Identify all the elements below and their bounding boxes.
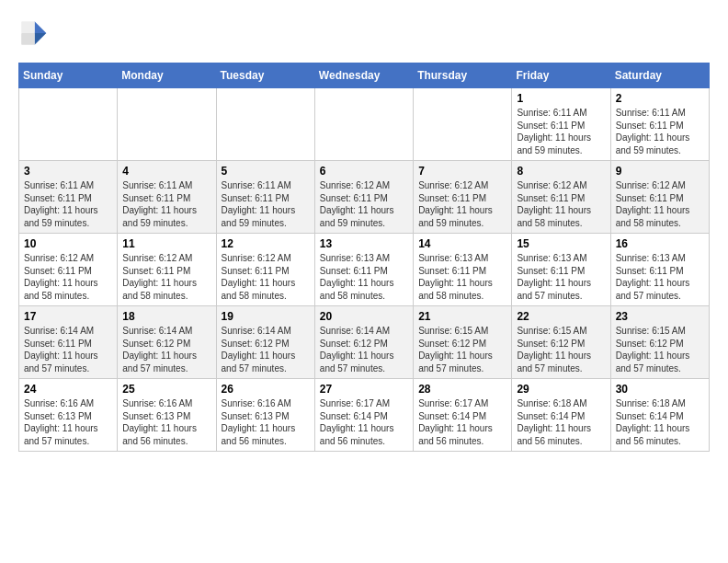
day-info: Sunrise: 6:13 AM Sunset: 6:11 PM Dayligh… — [320, 252, 408, 302]
day-cell: 22Sunrise: 6:15 AM Sunset: 6:12 PM Dayli… — [512, 306, 610, 379]
day-number: 4 — [122, 165, 210, 178]
day-info: Sunrise: 6:17 AM Sunset: 6:14 PM Dayligh… — [418, 397, 506, 447]
day-cell: 15Sunrise: 6:13 AM Sunset: 6:11 PM Dayli… — [512, 234, 610, 306]
day-cell: 6Sunrise: 6:12 AM Sunset: 6:11 PM Daylig… — [314, 161, 413, 234]
day-number: 26 — [222, 383, 310, 396]
day-info: Sunrise: 6:11 AM Sunset: 6:11 PM Dayligh… — [517, 107, 605, 156]
svg-rect-2 — [21, 21, 34, 33]
day-number: 28 — [418, 383, 506, 396]
day-number: 15 — [517, 237, 605, 250]
svg-marker-0 — [35, 21, 47, 33]
day-number: 25 — [122, 383, 210, 396]
day-cell: 25Sunrise: 6:16 AM Sunset: 6:13 PM Dayli… — [118, 379, 216, 452]
day-info: Sunrise: 6:14 AM Sunset: 6:12 PM Dayligh… — [320, 325, 408, 374]
week-row-1: 3Sunrise: 6:11 AM Sunset: 6:11 PM Daylig… — [19, 161, 710, 234]
day-info: Sunrise: 6:16 AM Sunset: 6:13 PM Dayligh… — [222, 397, 310, 447]
day-header-sunday: Sunday — [19, 63, 118, 88]
day-info: Sunrise: 6:12 AM Sunset: 6:11 PM Dayligh… — [418, 179, 506, 229]
day-cell — [118, 88, 216, 161]
day-number: 17 — [24, 310, 112, 323]
day-number: 1 — [517, 92, 605, 105]
day-info: Sunrise: 6:18 AM Sunset: 6:14 PM Dayligh… — [616, 397, 704, 447]
day-number: 22 — [517, 310, 605, 323]
day-cell: 1Sunrise: 6:11 AM Sunset: 6:11 PM Daylig… — [512, 88, 610, 161]
day-header-wednesday: Wednesday — [314, 63, 413, 88]
day-info: Sunrise: 6:15 AM Sunset: 6:12 PM Dayligh… — [418, 325, 506, 374]
day-cell: 16Sunrise: 6:13 AM Sunset: 6:11 PM Dayli… — [610, 234, 709, 306]
day-info: Sunrise: 6:16 AM Sunset: 6:13 PM Dayligh… — [122, 397, 210, 447]
day-info: Sunrise: 6:12 AM Sunset: 6:11 PM Dayligh… — [320, 179, 408, 229]
day-info: Sunrise: 6:12 AM Sunset: 6:11 PM Dayligh… — [517, 179, 605, 229]
day-cell: 14Sunrise: 6:13 AM Sunset: 6:11 PM Dayli… — [414, 234, 512, 306]
day-cell — [19, 88, 118, 161]
day-number: 5 — [222, 165, 310, 178]
header — [18, 18, 710, 48]
week-row-0: 1Sunrise: 6:11 AM Sunset: 6:11 PM Daylig… — [19, 88, 710, 161]
day-cell: 20Sunrise: 6:14 AM Sunset: 6:12 PM Dayli… — [314, 306, 413, 379]
day-number: 14 — [418, 237, 506, 250]
day-number: 12 — [222, 237, 310, 250]
day-cell: 21Sunrise: 6:15 AM Sunset: 6:12 PM Dayli… — [414, 306, 512, 379]
day-header-thursday: Thursday — [414, 63, 512, 88]
day-cell: 8Sunrise: 6:12 AM Sunset: 6:11 PM Daylig… — [512, 161, 610, 234]
day-number: 10 — [24, 237, 112, 250]
day-number: 11 — [122, 237, 210, 250]
day-header-tuesday: Tuesday — [216, 63, 314, 88]
day-info: Sunrise: 6:12 AM Sunset: 6:11 PM Dayligh… — [616, 179, 704, 229]
day-info: Sunrise: 6:17 AM Sunset: 6:14 PM Dayligh… — [320, 397, 408, 447]
day-cell: 11Sunrise: 6:12 AM Sunset: 6:11 PM Dayli… — [118, 234, 216, 306]
day-headers-row: SundayMondayTuesdayWednesdayThursdayFrid… — [19, 63, 710, 88]
day-info: Sunrise: 6:13 AM Sunset: 6:11 PM Dayligh… — [517, 252, 605, 302]
svg-marker-1 — [35, 33, 47, 45]
day-cell: 23Sunrise: 6:15 AM Sunset: 6:12 PM Dayli… — [610, 306, 709, 379]
day-info: Sunrise: 6:14 AM Sunset: 6:11 PM Dayligh… — [24, 325, 112, 374]
day-cell: 17Sunrise: 6:14 AM Sunset: 6:11 PM Dayli… — [19, 306, 118, 379]
day-info: Sunrise: 6:18 AM Sunset: 6:14 PM Dayligh… — [517, 397, 605, 447]
day-number: 24 — [24, 383, 112, 396]
day-info: Sunrise: 6:15 AM Sunset: 6:12 PM Dayligh… — [517, 325, 605, 374]
logo — [18, 18, 51, 48]
day-number: 2 — [616, 92, 704, 105]
day-header-saturday: Saturday — [610, 63, 709, 88]
day-info: Sunrise: 6:11 AM Sunset: 6:11 PM Dayligh… — [24, 179, 112, 229]
day-cell: 10Sunrise: 6:12 AM Sunset: 6:11 PM Dayli… — [19, 234, 118, 306]
day-cell: 5Sunrise: 6:11 AM Sunset: 6:11 PM Daylig… — [216, 161, 314, 234]
day-number: 30 — [616, 383, 704, 396]
day-cell: 7Sunrise: 6:12 AM Sunset: 6:11 PM Daylig… — [414, 161, 512, 234]
day-info: Sunrise: 6:13 AM Sunset: 6:11 PM Dayligh… — [418, 252, 506, 302]
day-info: Sunrise: 6:11 AM Sunset: 6:11 PM Dayligh… — [616, 107, 704, 156]
day-cell: 29Sunrise: 6:18 AM Sunset: 6:14 PM Dayli… — [512, 379, 610, 452]
day-number: 16 — [616, 237, 704, 250]
day-cell: 12Sunrise: 6:12 AM Sunset: 6:11 PM Dayli… — [216, 234, 314, 306]
calendar-table: SundayMondayTuesdayWednesdayThursdayFrid… — [18, 63, 710, 452]
day-info: Sunrise: 6:16 AM Sunset: 6:13 PM Dayligh… — [24, 397, 112, 447]
day-info: Sunrise: 6:12 AM Sunset: 6:11 PM Dayligh… — [24, 252, 112, 302]
day-number: 21 — [418, 310, 506, 323]
week-row-2: 10Sunrise: 6:12 AM Sunset: 6:11 PM Dayli… — [19, 234, 710, 306]
day-header-friday: Friday — [512, 63, 610, 88]
day-cell: 28Sunrise: 6:17 AM Sunset: 6:14 PM Dayli… — [414, 379, 512, 452]
day-number: 29 — [517, 383, 605, 396]
day-cell: 2Sunrise: 6:11 AM Sunset: 6:11 PM Daylig… — [610, 88, 709, 161]
day-cell: 19Sunrise: 6:14 AM Sunset: 6:12 PM Dayli… — [216, 306, 314, 379]
day-cell: 18Sunrise: 6:14 AM Sunset: 6:12 PM Dayli… — [118, 306, 216, 379]
day-cell: 3Sunrise: 6:11 AM Sunset: 6:11 PM Daylig… — [19, 161, 118, 234]
day-number: 8 — [517, 165, 605, 178]
day-cell — [414, 88, 512, 161]
day-cell — [216, 88, 314, 161]
day-info: Sunrise: 6:12 AM Sunset: 6:11 PM Dayligh… — [122, 252, 210, 302]
day-cell: 4Sunrise: 6:11 AM Sunset: 6:11 PM Daylig… — [118, 161, 216, 234]
day-number: 13 — [320, 237, 408, 250]
day-cell: 30Sunrise: 6:18 AM Sunset: 6:14 PM Dayli… — [610, 379, 709, 452]
day-header-monday: Monday — [118, 63, 216, 88]
day-cell: 26Sunrise: 6:16 AM Sunset: 6:13 PM Dayli… — [216, 379, 314, 452]
day-cell: 9Sunrise: 6:12 AM Sunset: 6:11 PM Daylig… — [610, 161, 709, 234]
day-cell: 13Sunrise: 6:13 AM Sunset: 6:11 PM Dayli… — [314, 234, 413, 306]
logo-icon — [18, 18, 48, 48]
day-info: Sunrise: 6:15 AM Sunset: 6:12 PM Dayligh… — [616, 325, 704, 374]
svg-rect-3 — [21, 33, 34, 45]
day-info: Sunrise: 6:14 AM Sunset: 6:12 PM Dayligh… — [222, 325, 310, 374]
day-info: Sunrise: 6:13 AM Sunset: 6:11 PM Dayligh… — [616, 252, 704, 302]
day-info: Sunrise: 6:14 AM Sunset: 6:12 PM Dayligh… — [122, 325, 210, 374]
day-info: Sunrise: 6:11 AM Sunset: 6:11 PM Dayligh… — [222, 179, 310, 229]
